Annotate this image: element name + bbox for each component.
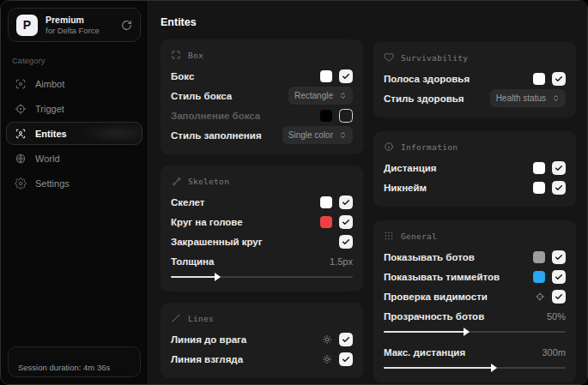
setting-label: Линия взгляда: [171, 354, 243, 364]
viewfinder-icon: [15, 78, 27, 90]
setting-label: Показывать тиммейтов: [384, 272, 500, 282]
sidebar-item-label: World: [35, 153, 60, 164]
slider-thumb[interactable]: [215, 273, 221, 281]
checkbox[interactable]: [552, 161, 566, 175]
setting-row: Скелет: [171, 192, 353, 212]
setting-row: Полоса здоровья: [384, 69, 566, 88]
sidebar-item-aimbot[interactable]: Aimbot: [6, 72, 142, 95]
color-swatch[interactable]: [320, 70, 332, 82]
setting-label: Стиль заполнения: [171, 130, 262, 141]
setting-row: Дистанция: [384, 158, 566, 177]
panel-lines: Lines Линия до врага: [161, 303, 363, 378]
checkbox[interactable]: [339, 109, 353, 123]
line-settings-gear-icon[interactable]: [322, 334, 332, 345]
health-style-dropdown[interactable]: Health status: [490, 89, 566, 107]
checkbox[interactable]: [339, 69, 353, 83]
setting-label: Круг на голове: [171, 217, 243, 227]
column-left: Box Бокс Стиль бокса Rectangle: [161, 39, 363, 378]
sidebar-item-label: Aimbot: [35, 79, 64, 89]
heart-icon: [384, 52, 394, 63]
gear-icon: [15, 177, 27, 189]
color-swatch[interactable]: [533, 73, 545, 85]
panel-information-header: Information: [384, 141, 566, 152]
setting-row: Линия до врага: [171, 329, 353, 349]
panel-title: Lines: [188, 314, 214, 323]
setting-row: Показывать тиммейтов: [384, 267, 566, 286]
setting-label: Закрашенный круг: [171, 237, 263, 247]
line-settings-gear-icon[interactable]: [322, 354, 332, 364]
fill-style-dropdown[interactable]: Single color: [282, 126, 353, 144]
visibility-check-icon[interactable]: [535, 292, 545, 302]
thickness-slider[interactable]: [171, 272, 353, 282]
slider-thumb[interactable]: [491, 364, 497, 372]
max-distance-slider[interactable]: [384, 363, 566, 373]
unfold-icon: [552, 94, 560, 102]
checkbox[interactable]: [339, 352, 353, 366]
slider-fill: [384, 331, 465, 333]
color-swatch[interactable]: [533, 162, 545, 174]
checkbox[interactable]: [552, 250, 566, 264]
checkbox[interactable]: [339, 196, 353, 209]
brand-title: Premium: [45, 15, 100, 26]
person-scan-icon: [15, 128, 27, 140]
panel-survivability-header: Survivability: [384, 52, 566, 63]
slider-value: 1.5px: [330, 256, 353, 267]
color-swatch[interactable]: [320, 196, 332, 208]
setting-label: Прозрачность ботов: [384, 311, 484, 322]
sidebar-item-world[interactable]: World: [6, 147, 142, 170]
setting-row: Линия взгляда: [171, 349, 353, 369]
setting-row: Круг на голове: [171, 212, 353, 232]
box-style-dropdown[interactable]: Rectangle: [288, 87, 353, 105]
panel-general: General Показывать ботов Показывать тимм…: [373, 220, 576, 382]
sidebar-item-trigget[interactable]: Trigget: [6, 97, 142, 120]
sidebar-item-label: Settings: [35, 178, 70, 189]
color-swatch[interactable]: [320, 110, 332, 122]
color-swatch[interactable]: [320, 216, 332, 228]
app-window: P Premium for Delta Force Category: [0, 0, 588, 385]
sync-icon[interactable]: [121, 20, 132, 31]
panel-survivability: Survivability Полоса здоровья Стиль здор…: [373, 42, 576, 117]
slider-fill: [384, 367, 493, 369]
checkbox[interactable]: [339, 215, 353, 229]
main-content: Entites Box Бокс: [149, 1, 587, 384]
crosshair-icon: [15, 103, 27, 115]
setting-row: Стиль бокса Rectangle: [171, 86, 353, 105]
setting-row: Проверка видимости: [384, 286, 566, 306]
color-swatch[interactable]: [533, 182, 545, 194]
checkbox[interactable]: [552, 290, 566, 304]
color-swatch[interactable]: [533, 271, 545, 283]
panel-box: Box Бокс Стиль бокса Rectangle: [161, 39, 363, 154]
setting-label: Дистанция: [384, 163, 436, 173]
checkbox[interactable]: [339, 235, 353, 249]
setting-label: Проверка видимости: [384, 292, 488, 302]
sidebar-item-entites[interactable]: Entites: [6, 122, 142, 145]
setting-label: Толщина: [171, 256, 214, 267]
setting-row: Прозрачность ботов 50%: [384, 306, 566, 326]
bot-opacity-slider[interactable]: [384, 327, 566, 337]
setting-label: Показывать ботов: [384, 252, 475, 262]
setting-label: Стиль бокса: [171, 91, 232, 101]
setting-label: Линия до врага: [171, 334, 246, 345]
sidebar-item-settings[interactable]: Settings: [6, 171, 142, 195]
checkbox[interactable]: [552, 181, 566, 195]
line-icon: [171, 313, 181, 323]
globe-icon: [15, 153, 27, 165]
setting-row: Заполнение бокса: [171, 105, 353, 125]
panel-information: Information Дистанция Никнейм: [373, 131, 576, 207]
panel-title: Skeleton: [188, 177, 229, 186]
dropdown-value: Rectangle: [294, 91, 333, 100]
checkbox[interactable]: [552, 72, 566, 86]
color-swatch[interactable]: [533, 251, 545, 263]
checkbox[interactable]: [552, 270, 566, 284]
unfold-icon: [339, 131, 347, 139]
panel-title: Information: [401, 142, 458, 152]
sidebar-nav: Aimbot Trigget Entites: [1, 72, 148, 195]
setting-row: Стиль заполнения Single color: [171, 125, 353, 145]
brand-logo: P: [16, 15, 38, 36]
brand-card: P Premium for Delta Force: [8, 8, 141, 42]
checkbox[interactable]: [339, 333, 353, 346]
setting-label: Никнейм: [384, 183, 427, 193]
session-duration: Session duration: 4m 36s: [8, 346, 141, 377]
panel-title: General: [401, 232, 437, 241]
slider-thumb[interactable]: [464, 328, 470, 336]
